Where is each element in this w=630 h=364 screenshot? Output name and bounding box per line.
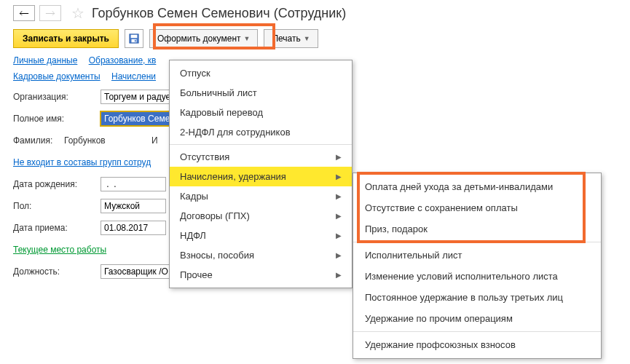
submenu-separator	[353, 242, 601, 242]
submenu-item-union-dues[interactable]: Удержание профсоюзных взносов	[353, 334, 601, 355]
menu-item-absences[interactable]: Отсутствия▶	[170, 147, 352, 167]
menu-item-2ndfl[interactable]: 2-НДФЛ для сотрудников	[170, 122, 352, 142]
floppy-icon	[129, 33, 139, 44]
chevron-right-icon: ▶	[336, 271, 342, 279]
submenu-item-disabled-children-care[interactable]: Оплата дней ухода за детьми-инвалидами	[353, 176, 601, 197]
org-label: Организация:	[13, 92, 101, 102]
print-button[interactable]: Печать ▼	[264, 29, 318, 48]
chevron-right-icon: ▶	[336, 212, 342, 220]
link-accruals[interactable]: Начислени	[111, 71, 156, 82]
nav-forward-button: 🡒	[39, 5, 61, 21]
hire-date-input[interactable]	[101, 221, 166, 235]
chevron-right-icon: ▶	[336, 153, 342, 161]
submenu-item-other-deductions[interactable]: Удержание по прочим операциям	[353, 308, 601, 329]
save-button[interactable]	[125, 29, 143, 48]
menu-separator	[170, 144, 352, 145]
create-document-label: Оформить документ	[157, 33, 241, 44]
submenu-item-writ-change[interactable]: Изменение условий исполнительного листа	[353, 266, 601, 287]
menu-item-sick-leave[interactable]: Больничный лист	[170, 83, 352, 103]
menu-item-hr[interactable]: Кадры▶	[170, 186, 352, 206]
dob-label: Дата рождения:	[13, 179, 101, 189]
menu-item-contracts-gph[interactable]: Договоры (ГПХ)▶	[170, 206, 352, 226]
chevron-right-icon: ▶	[336, 251, 342, 259]
submenu-item-absence-paid[interactable]: Отсутствие с сохранением оплаты	[353, 197, 601, 218]
svg-rect-3	[135, 40, 136, 42]
create-document-menu: Отпуск Больничный лист Кадровый перевод …	[169, 60, 353, 288]
save-and-close-button[interactable]: Записать и закрыть	[13, 29, 119, 48]
submenu-item-writ-execution[interactable]: Исполнительный лист	[353, 245, 601, 266]
print-label: Печать	[272, 33, 300, 44]
submenu-separator	[353, 331, 601, 332]
hire-date-label: Дата приема:	[13, 223, 101, 233]
caret-down-icon: ▼	[304, 35, 310, 42]
link-education[interactable]: Образование, кв	[89, 55, 157, 66]
link-hr-documents[interactable]: Кадровые документы	[13, 71, 101, 82]
fullname-input[interactable]	[101, 111, 173, 126]
svg-rect-1	[131, 35, 138, 38]
menu-item-hr-transfer[interactable]: Кадровый перевод	[170, 103, 352, 122]
surname-label: Фамилия:	[13, 135, 64, 146]
position-label: Должность:	[13, 266, 101, 277]
submenu-item-prize-gift[interactable]: Приз, подарок	[353, 218, 601, 240]
accruals-submenu: Оплата дней ухода за детьми-инвалидами О…	[353, 173, 602, 359]
menu-item-ndfl[interactable]: НДФЛ▶	[170, 226, 352, 245]
menu-item-accruals-deductions[interactable]: Начисления, удержания▶	[170, 167, 352, 186]
chevron-right-icon: ▶	[336, 232, 342, 240]
sex-input[interactable]	[101, 199, 166, 213]
favorite-star-icon[interactable]: ☆	[71, 4, 84, 22]
create-document-button[interactable]: Оформить документ ▼	[149, 29, 258, 48]
menu-item-other[interactable]: Прочее▶	[170, 265, 352, 285]
page-title: Горбунков Семен Семенович (Сотрудник)	[92, 6, 346, 21]
position-input[interactable]	[101, 264, 173, 279]
caret-down-icon: ▼	[244, 35, 251, 42]
surname-value: Горбунков	[64, 135, 151, 146]
current-workplace-label: Текущее место работы	[13, 245, 106, 255]
chevron-right-icon: ▶	[336, 192, 342, 200]
menu-item-contributions[interactable]: Взносы, пособия▶	[170, 245, 352, 265]
org-input[interactable]	[101, 90, 173, 104]
name-label: И	[151, 135, 158, 146]
submenu-item-permanent-deduction[interactable]: Постоянное удержание в пользу третьих ли…	[353, 287, 601, 308]
nav-back-button[interactable]: 🡐	[13, 5, 35, 21]
sex-label: Пол:	[13, 201, 101, 211]
fullname-label: Полное имя:	[13, 114, 101, 124]
menu-item-vacation[interactable]: Отпуск	[170, 63, 352, 83]
link-personal-data[interactable]: Личные данные	[13, 55, 77, 66]
chevron-right-icon: ▶	[336, 173, 342, 181]
dob-input[interactable]	[101, 177, 166, 191]
groups-link[interactable]: Не входит в составы групп сотруд	[13, 157, 151, 167]
